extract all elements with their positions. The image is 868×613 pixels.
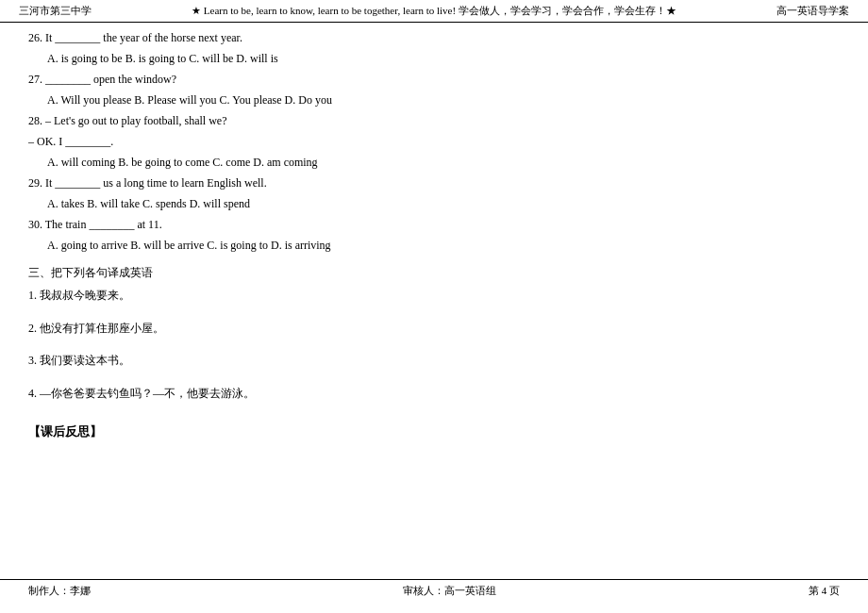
page-header: 三河市第三中学 ★ Learn to be, learn to know, le… (0, 0, 868, 23)
motto: ★ Learn to be, learn to know, learn to b… (92, 4, 776, 18)
trans-4: 4. —你爸爸要去钓鱼吗？—不，他要去游泳。 (28, 384, 840, 403)
trans-2: 2. 他没有打算住那座小屋。 (28, 319, 840, 338)
footer-reviewer: 审核人：高一英语组 (403, 584, 496, 598)
question-28-cont: – OK. I ________. (28, 132, 840, 152)
question-27: 27. ________ open the window? (28, 70, 840, 90)
question-28: 28. – Let's go out to play football, sha… (28, 111, 840, 131)
footer-author: 制作人：李娜 (28, 584, 91, 598)
question-27-options: A. Will you please B. Please will you C.… (28, 91, 840, 110)
school-name: 三河市第三中学 (19, 4, 92, 18)
question-30: 30. The train ________ at 11. (28, 215, 840, 235)
question-29-options: A. takes B. will take C. spends D. will … (28, 194, 840, 214)
main-content: 26. It ________ the year of the horse ne… (0, 23, 868, 448)
trans-1: 1. 我叔叔今晚要来。 (28, 286, 840, 305)
page: 三河市第三中学 ★ Learn to be, learn to know, le… (0, 0, 868, 613)
question-26-options: A. is going to be B. is going to C. will… (28, 49, 840, 69)
section-3-title: 三、把下列各句译成英语 (28, 263, 840, 282)
question-26: 26. It ________ the year of the horse ne… (28, 28, 840, 48)
reflection-section: 【课后反思】 (28, 422, 840, 442)
trans-3: 3. 我们要读这本书。 (28, 351, 840, 370)
footer-page: 第 4 页 (809, 584, 840, 598)
subject-title: 高一英语导学案 (776, 4, 849, 18)
question-30-options: A. going to arrive B. will be arrive C. … (28, 236, 840, 256)
page-footer: 制作人：李娜 审核人：高一英语组 第 4 页 (0, 579, 868, 602)
question-28-options: A. will coming B. be going to come C. co… (28, 153, 840, 173)
question-29: 29. It ________ us a long time to learn … (28, 174, 840, 193)
